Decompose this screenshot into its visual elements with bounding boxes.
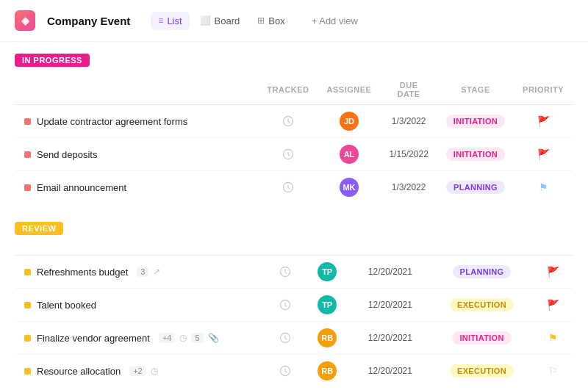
table-row[interactable]: Finalize vendor agreement +4◷5📎 RB 12/20… xyxy=(15,322,573,355)
app-logo: ◈ xyxy=(15,10,35,31)
task-dot xyxy=(24,269,31,275)
col-header-task-r xyxy=(15,243,267,256)
table-row[interactable]: Update contractor agreement forms JD 1/3… xyxy=(15,105,573,138)
stage-badge: EXECUTION xyxy=(450,364,514,378)
section-inprogress: IN PROGRESS TRACKED ASSIGNEE DUE DATE ST… xyxy=(15,54,573,204)
header: ◈ Company Event ≡ List ⬜ Board ⊞ Box + A… xyxy=(0,0,588,42)
add-view-button[interactable]: + Add view xyxy=(304,12,365,30)
stage-badge: PLANNING xyxy=(453,265,512,278)
col-header-priority-r xyxy=(534,243,573,256)
task-name[interactable]: Resource allocation xyxy=(37,366,121,377)
col-header-stage-r xyxy=(430,243,534,256)
col-header-assignee: ASSIGNEE xyxy=(318,75,381,105)
priority-cell: ⚑ xyxy=(534,322,573,355)
col-header-duedate-r xyxy=(351,243,430,256)
avatar: RB xyxy=(318,328,337,347)
stage-badge: INITIATION xyxy=(446,115,505,128)
table-row[interactable]: Email announcement MK 1/3/2022 xyxy=(15,171,573,204)
stage-cell: INITIATION xyxy=(437,138,514,171)
tab-list[interactable]: ≡ List xyxy=(151,12,189,30)
task-name[interactable]: Talent booked xyxy=(37,300,96,311)
tracked-icon[interactable] xyxy=(267,115,309,127)
stage-badge: EXECUTION xyxy=(450,298,514,311)
section-badge-inprogress: IN PROGRESS xyxy=(15,54,90,67)
avatar: TP xyxy=(318,295,337,314)
meta-count: 3 xyxy=(137,267,148,277)
tracked-icon[interactable] xyxy=(275,365,295,377)
task-name-cell: Resource allocation +2◷ xyxy=(15,355,267,388)
col-header-tracked: TRACKED xyxy=(258,75,318,105)
due-date-cell: 12/20/2021 xyxy=(351,322,430,355)
task-table-inprogress: TRACKED ASSIGNEE DUE DATE STAGE PRIORITY… xyxy=(15,74,573,204)
tracked-cell xyxy=(258,171,318,204)
tracked-cell xyxy=(258,105,318,138)
assignee-cell: RB xyxy=(304,322,351,355)
board-icon: ⬜ xyxy=(200,15,211,26)
tab-board[interactable]: ⬜ Board xyxy=(193,12,248,30)
priority-flag: ⚑ xyxy=(539,181,548,193)
table-row[interactable]: Send deposits AL 1/15/2022 xyxy=(15,138,573,171)
due-date-cell: 1/3/2022 xyxy=(380,105,437,138)
table-row[interactable]: Resource allocation +2◷ RB 12/20/2021 xyxy=(15,355,573,388)
priority-cell: 🚩 xyxy=(514,105,573,138)
section-review: REVIEW Refreshments budget 3↗ xyxy=(15,222,573,388)
priority-flag: ⚑ xyxy=(548,332,558,344)
table-row[interactable]: Refreshments budget 3↗ TP 12/20/2021 xyxy=(15,256,573,289)
col-header-stage: STAGE xyxy=(437,75,514,105)
tracked-icon[interactable] xyxy=(267,181,309,193)
task-name-cell: Talent booked xyxy=(15,289,267,322)
task-name-cell: Refreshments budget 3↗ xyxy=(15,256,267,289)
task-name[interactable]: Update contractor agreement forms xyxy=(37,116,187,127)
priority-flag: 🚩 xyxy=(537,148,550,160)
meta-icon: ◷ xyxy=(179,333,187,343)
due-date-cell: 12/20/2021 xyxy=(351,355,430,388)
stage-cell: INITIATION xyxy=(437,105,514,138)
task-name-cell: Send deposits xyxy=(15,138,259,171)
meta-count: 5 xyxy=(191,333,203,343)
section-badge-review: REVIEW xyxy=(15,222,63,235)
col-header-assignee-r xyxy=(304,243,351,256)
app-title: Company Event xyxy=(47,15,130,27)
tracked-cell xyxy=(266,289,304,322)
col-header-task xyxy=(15,75,259,105)
assignee-cell: TP xyxy=(304,289,351,322)
avatar: MK xyxy=(340,178,359,197)
tracked-icon[interactable] xyxy=(275,266,295,278)
tracked-cell xyxy=(266,322,304,355)
avatar: RB xyxy=(318,361,337,380)
task-name[interactable]: Finalize vendor agreement xyxy=(37,333,150,344)
task-name-cell: Update contractor agreement forms xyxy=(15,105,259,138)
col-header-duedate: DUE DATE xyxy=(380,75,437,105)
task-name[interactable]: Send deposits xyxy=(37,149,97,160)
task-dot xyxy=(24,368,31,375)
assignee-cell: AL xyxy=(318,138,381,171)
tracked-icon[interactable] xyxy=(275,299,295,311)
tracked-cell xyxy=(266,256,304,289)
content: IN PROGRESS TRACKED ASSIGNEE DUE DATE ST… xyxy=(0,42,588,390)
priority-flag: 🚩 xyxy=(547,299,559,311)
task-name[interactable]: Refreshments budget xyxy=(37,267,128,278)
priority-flag: ⚐ xyxy=(548,365,558,377)
task-dot xyxy=(24,151,31,158)
tracked-icon[interactable] xyxy=(267,148,309,160)
assignee-cell: RB xyxy=(304,355,351,388)
task-dot xyxy=(24,184,31,191)
meta-count: +2 xyxy=(129,366,146,376)
tracked-icon[interactable] xyxy=(275,332,295,344)
task-name[interactable]: Email announcement xyxy=(37,182,126,193)
task-name-cell: Email announcement xyxy=(15,171,259,204)
priority-cell: ⚐ xyxy=(534,355,573,388)
box-icon: ⊞ xyxy=(257,15,265,26)
col-header-tracked-r xyxy=(266,243,304,256)
task-dot xyxy=(24,335,31,342)
due-date-cell: 12/20/2021 xyxy=(351,256,430,289)
meta-icon: 📎 xyxy=(208,333,219,343)
tab-box[interactable]: ⊞ Box xyxy=(250,12,292,30)
assignee-cell: TP xyxy=(304,256,351,289)
stage-cell: EXECUTION xyxy=(430,355,534,388)
meta-icon: ◷ xyxy=(151,366,158,376)
due-date-cell: 12/20/2021 xyxy=(351,289,430,322)
task-dot xyxy=(24,302,31,308)
due-date-cell: 1/15/2022 xyxy=(380,138,437,171)
table-row[interactable]: Talent booked TP 12/20/2021 xyxy=(15,289,573,322)
